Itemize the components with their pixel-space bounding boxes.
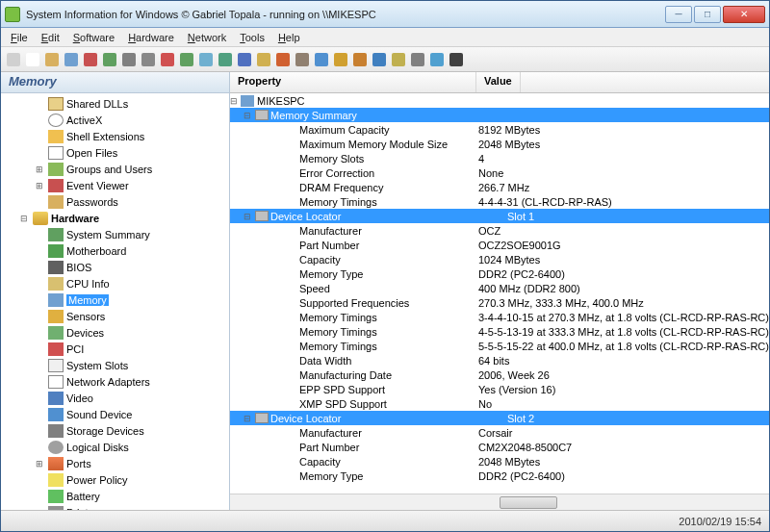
close-button[interactable]: ✕ [723, 6, 765, 23]
property-row[interactable]: DRAM Frequency266.7 MHz [230, 180, 769, 194]
property-row[interactable]: Maximum Memory Module Size2048 MBytes [230, 137, 769, 151]
tree-item-memory[interactable]: Memory [1, 291, 229, 308]
toolbar-button-17[interactable] [332, 51, 349, 68]
tree-item-network-adapters[interactable]: Network Adapters [1, 373, 229, 390]
tree-item-bios[interactable]: BIOS [1, 259, 229, 275]
property-row[interactable]: Memory Timings5-5-5-15-22 at 400.0 MHz, … [230, 339, 769, 353]
toolbar-button-11[interactable] [217, 51, 234, 68]
toolbar-button-3[interactable] [63, 51, 80, 68]
toolbar-button-0[interactable] [5, 51, 22, 68]
property-row[interactable]: Memory Timings4-4-4-31 (CL-RCD-RP-RAS) [230, 194, 769, 209]
tree-item-cpu-info[interactable]: CPU Info [1, 275, 229, 291]
property-row[interactable]: Part NumberCM2X2048-8500C7 [230, 440, 769, 454]
menu-hardware[interactable]: Hardware [122, 30, 180, 45]
toolbar-button-22[interactable] [428, 51, 446, 68]
property-row[interactable]: EPP SPD SupportYes (Version 16) [230, 382, 769, 396]
property-row[interactable]: Supported Frequencies270.3 MHz, 333.3 MH… [230, 295, 769, 310]
tree-item-ports[interactable]: ⊞Ports [1, 455, 229, 471]
property-row[interactable]: Memory TypeDDR2 (PC2-6400) [230, 266, 769, 281]
property-row[interactable]: Memory Timings3-4-4-10-15 at 270.3 MHz, … [230, 310, 769, 324]
tree-item-power-policy[interactable]: Power Policy [1, 471, 229, 488]
toolbar-button-14[interactable] [274, 51, 292, 68]
tree-item-shared-dlls[interactable]: Shared DLLs [1, 95, 229, 112]
property-row[interactable]: Maximum Capacity8192 MBytes [230, 122, 769, 137]
maximize-button[interactable]: □ [694, 6, 721, 23]
toolbar-button-4[interactable] [82, 51, 99, 68]
tree-item-shell-extensions[interactable]: Shell Extensions [1, 128, 229, 144]
toolbar-button-6[interactable] [120, 51, 138, 68]
nav-tree[interactable]: Shared DLLsActiveXShell ExtensionsOpen F… [1, 93, 229, 510]
tree-item-devices[interactable]: Devices [1, 324, 229, 341]
property-row[interactable]: Memory TypeDDR2 (PC2-6400) [230, 469, 769, 483]
toolbar-button-8[interactable] [159, 51, 176, 68]
tree-item-open-files[interactable]: Open Files [1, 144, 229, 161]
tree-item-battery[interactable]: Battery [1, 488, 229, 504]
tree-item-hardware[interactable]: ⊟Hardware [1, 210, 229, 226]
property-row[interactable]: ManufacturerCorsair [230, 425, 769, 440]
titlebar[interactable]: System Information for Windows © Gabriel… [1, 1, 769, 28]
tree-item-groups-and-users[interactable]: ⊞Groups and Users [1, 161, 229, 177]
expand-icon[interactable]: ⊟ [18, 214, 30, 223]
property-row[interactable]: Capacity1024 MBytes [230, 252, 769, 266]
tree-item-event-viewer[interactable]: ⊞Event Viewer [1, 177, 229, 193]
group-header[interactable]: ⊟Device LocatorSlot 1 [230, 209, 769, 223]
property-row[interactable]: XMP SPD SupportNo [230, 396, 769, 411]
menu-network[interactable]: Network [182, 30, 232, 45]
property-row[interactable]: ManufacturerOCZ [230, 223, 769, 238]
root-node[interactable]: ⊟MIKESPC [230, 93, 769, 108]
property-row[interactable]: Memory Slots4 [230, 151, 769, 165]
toolbar-button-15[interactable] [294, 51, 311, 68]
toolbar-button-13[interactable] [255, 51, 272, 68]
property-row[interactable]: Manufacturing Date2006, Week 26 [230, 367, 769, 382]
tree-item-storage-devices[interactable]: Storage Devices [1, 422, 229, 439]
column-header[interactable]: Property Value [230, 72, 769, 93]
col-property[interactable]: Property [230, 72, 476, 92]
toolbar-button-20[interactable] [390, 51, 407, 68]
property-row[interactable]: Capacity2048 MBytes [230, 454, 769, 469]
toolbar-button-16[interactable] [313, 51, 330, 68]
scroll-thumb[interactable] [500, 496, 557, 509]
toolbar-button-18[interactable] [351, 51, 369, 68]
menu-software[interactable]: Software [67, 30, 120, 45]
group-header[interactable]: ⊟Memory Summary [230, 108, 769, 122]
menu-edit[interactable]: Edit [36, 30, 65, 45]
tree-item-logical-disks[interactable]: Logical Disks [1, 439, 229, 455]
menu-file[interactable]: File [5, 30, 34, 45]
property-list[interactable]: ⊟MIKESPC⊟Memory SummaryMaximum Capacity8… [230, 93, 769, 494]
toolbar-button-21[interactable] [409, 51, 426, 68]
tree-item-system-summary[interactable]: System Summary [1, 226, 229, 242]
horizontal-scrollbar[interactable] [230, 494, 769, 510]
property-row[interactable]: Memory Timings4-5-5-13-19 at 333.3 MHz, … [230, 324, 769, 339]
toolbar-button-12[interactable] [236, 51, 253, 68]
tree-item-passwords[interactable]: Passwords [1, 193, 229, 210]
tree-item-activex[interactable]: ActiveX [1, 112, 229, 128]
tree-item-motherboard[interactable]: Motherboard [1, 242, 229, 259]
toolbar-button-5[interactable] [101, 51, 118, 68]
tree-item-video[interactable]: Video [1, 390, 229, 406]
expand-icon[interactable]: ⊞ [34, 181, 45, 190]
expand-icon[interactable]: ⊞ [34, 165, 45, 174]
minimize-button[interactable]: ─ [665, 6, 692, 23]
menu-help[interactable]: Help [272, 30, 306, 45]
menu-tools[interactable]: Tools [234, 30, 270, 45]
property-row[interactable]: Part NumberOCZ2SOE9001G [230, 238, 769, 252]
col-value[interactable]: Value [476, 72, 521, 92]
toolbar-button-1[interactable] [24, 51, 41, 68]
group-header[interactable]: ⊟Device LocatorSlot 2 [230, 411, 769, 425]
property-name: Device Locator [270, 413, 507, 424]
toolbar-button-19[interactable] [371, 51, 388, 68]
property-row[interactable]: Data Width64 bits [230, 353, 769, 367]
property-row[interactable]: Speed400 MHz (DDR2 800) [230, 281, 769, 295]
property-value: 400 MHz (DDR2 800) [478, 283, 580, 294]
tree-item-sensors[interactable]: Sensors [1, 308, 229, 324]
toolbar-button-10[interactable] [197, 51, 215, 68]
toolbar-button-2[interactable] [43, 51, 61, 68]
tree-item-system-slots[interactable]: System Slots [1, 357, 229, 373]
tree-item-sound-device[interactable]: Sound Device [1, 406, 229, 422]
tree-item-pci[interactable]: PCI [1, 341, 229, 357]
toolbar-button-23[interactable] [448, 51, 465, 68]
toolbar-button-9[interactable] [178, 51, 195, 68]
toolbar-button-7[interactable] [140, 51, 157, 68]
property-row[interactable]: Error CorrectionNone [230, 165, 769, 180]
expand-icon[interactable]: ⊞ [34, 459, 45, 469]
